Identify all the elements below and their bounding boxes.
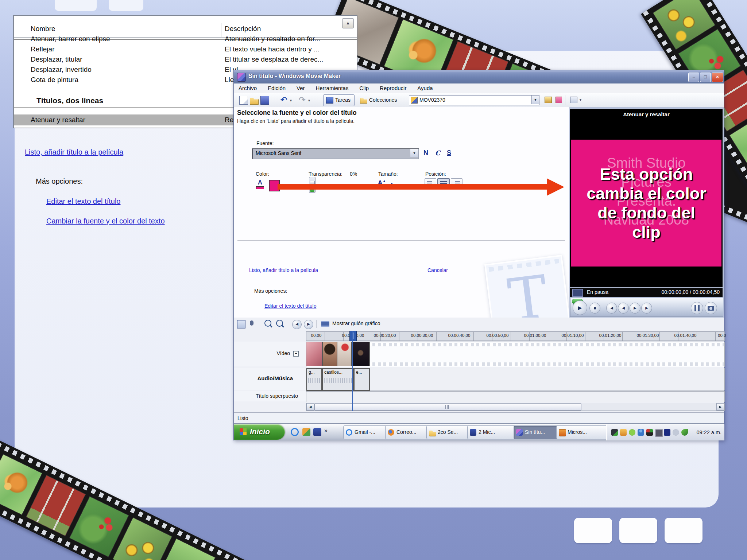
zoom-in-icon[interactable] [264, 320, 271, 327]
italic-button[interactable]: C [435, 149, 440, 157]
ready-add-title-link[interactable]: Listo, añadir título a la película [25, 148, 123, 156]
row-name: Desplazar, titular [31, 55, 82, 63]
undo-dropdown-icon[interactable]: ▼ [289, 99, 293, 102]
play-timeline-button[interactable]: ▶ [304, 320, 313, 329]
tray-green-icon[interactable] [629, 429, 635, 436]
menu-ver[interactable]: Ver [292, 83, 310, 93]
collections-button[interactable]: Colecciones [357, 94, 406, 106]
bold-button[interactable]: N [423, 149, 428, 157]
audio-clip[interactable]: castilos... [322, 368, 354, 391]
open-project-icon[interactable] [250, 96, 259, 105]
tray-media-icon[interactable] [611, 429, 618, 436]
views-icon[interactable] [570, 97, 577, 103]
ready-add-title-link[interactable]: Listo, añadir título a la película [249, 267, 318, 273]
row-name: Atenuar y resaltar [31, 114, 85, 125]
undo-icon[interactable]: ↶ [280, 96, 289, 104]
playhead-line[interactable] [352, 331, 353, 411]
save-project-icon[interactable] [260, 96, 269, 105]
scroll-left-icon[interactable]: ◀ [306, 403, 314, 411]
scroll-up-button[interactable]: ▲ [342, 18, 354, 28]
column-header-descripcion[interactable]: Descripción [225, 25, 261, 33]
forward-button[interactable]: ▶ [641, 303, 652, 314]
quicklaunch-ie-icon[interactable] [291, 428, 299, 436]
audio-clip[interactable]: g... [306, 368, 322, 391]
change-font-color-link[interactable]: Cambiar la fuente y el color del texto [46, 217, 165, 225]
menu-ayuda[interactable]: Ayuda [413, 83, 437, 93]
up-level-icon[interactable] [545, 97, 552, 103]
split-clip-button[interactable] [691, 302, 703, 314]
list-row-selected[interactable]: Atenuar y resaltar Re [14, 114, 234, 125]
scroll-right-icon[interactable]: ▶ [716, 403, 724, 411]
tray-speaker-icon[interactable] [664, 429, 670, 436]
tray-volume-icon[interactable] [673, 429, 679, 436]
scrollbar-thumb[interactable] [314, 403, 581, 411]
transparency-label: Transparencia: [309, 171, 342, 177]
redo-icon[interactable]: ↷ [299, 96, 307, 104]
new-collection-icon[interactable] [556, 97, 562, 103]
font-dropdown-icon[interactable]: ▼ [410, 149, 418, 157]
tray-cube-icon[interactable] [620, 429, 627, 436]
next-frame-button[interactable]: ▶ [630, 303, 640, 314]
close-button[interactable]: × [712, 73, 723, 82]
video-track[interactable] [306, 342, 725, 367]
font-combobox[interactable]: Microsoft Sans Serif ▼ [252, 148, 419, 159]
minimize-button[interactable]: – [688, 73, 699, 82]
redo-dropdown-icon[interactable]: ▼ [307, 99, 311, 102]
start-button[interactable]: Inicio [234, 424, 285, 440]
column-divider [221, 23, 221, 37]
timecode: 00:00:00,00 / 00:00:04,50 [661, 289, 720, 295]
storyboard-toggle-label[interactable]: Mostrar guión gráfico [332, 320, 380, 326]
underline-button[interactable]: S [447, 149, 451, 157]
menu-herramientas[interactable]: Herramientas [311, 83, 353, 93]
status-text: Listo [234, 415, 248, 421]
tray-messenger-icon[interactable] [638, 429, 644, 436]
play-button[interactable]: ▶ [573, 300, 587, 315]
tray-display-icon[interactable] [655, 429, 663, 437]
quicklaunch-chevron-icon[interactable]: » [324, 427, 328, 434]
firefox-icon [388, 429, 394, 436]
back-button[interactable]: ◀ [606, 303, 617, 314]
fullscreen-icon[interactable] [572, 289, 583, 297]
maximize-button[interactable]: □ [700, 73, 711, 82]
menu-reproducir[interactable]: Reproducir [375, 83, 411, 93]
edit-title-text-link[interactable]: Editar el texto del título [46, 197, 120, 206]
rewind-timeline-button[interactable]: ◀ [292, 320, 302, 329]
window-titlebar[interactable]: Sin título - Windows Movie Maker – □ × [234, 70, 724, 84]
narration-mic-icon[interactable] [250, 320, 253, 326]
combo-dropdown-icon[interactable]: ▼ [531, 96, 539, 104]
new-project-icon[interactable] [239, 96, 248, 105]
video-thumbnail[interactable] [306, 342, 323, 366]
edit-title-text-link[interactable]: Editar el texto del título [264, 303, 316, 309]
views-dropdown-icon[interactable]: ▼ [579, 98, 582, 102]
slide-nav-box [619, 518, 657, 543]
video-thumbnail[interactable] [323, 342, 337, 366]
zoom-out-icon[interactable] [276, 320, 283, 327]
video-thumbnail[interactable] [337, 342, 352, 366]
font-color-button[interactable]: A [255, 179, 265, 190]
audio-clip[interactable]: e... [354, 368, 370, 391]
tasks-button[interactable]: Tareas [323, 94, 355, 106]
title-overlay-track[interactable] [306, 391, 725, 402]
taskbar-button-micros[interactable]: Micros... [556, 425, 609, 439]
expand-video-track-icon[interactable]: + [293, 351, 299, 357]
menu-clip[interactable]: Clip [355, 83, 374, 93]
column-header-nombre[interactable]: Nombre [31, 25, 55, 33]
stop-button[interactable]: ■ [589, 303, 600, 314]
timeline-scrollbar[interactable]: ◀ ▶ [306, 403, 725, 411]
timeline-view-icon[interactable] [237, 320, 245, 328]
previous-frame-button[interactable]: ◀ [618, 303, 629, 314]
tray-shield-icon[interactable] [681, 429, 688, 436]
timeline-ruler[interactable]: 00:00 00:00:10,00 00:00:20,00 00:00:30,0… [306, 331, 725, 341]
menu-archivo[interactable]: Archivo [234, 83, 262, 93]
collection-combobox[interactable]: MOV02370 ▼ [409, 95, 539, 105]
playhead-marker[interactable] [349, 331, 357, 341]
audio-track[interactable]: g... castilos... e... [306, 368, 725, 390]
video-thumbnail[interactable] [352, 342, 370, 366]
tray-squares-icon[interactable] [646, 429, 653, 436]
quicklaunch-word-icon[interactable] [313, 428, 321, 436]
quicklaunch-app-icon[interactable] [302, 428, 310, 436]
cancel-link[interactable]: Cancelar [427, 267, 448, 273]
menu-edicion[interactable]: Edición [263, 83, 290, 93]
take-picture-button[interactable] [705, 302, 717, 314]
storyboard-icon[interactable] [321, 321, 329, 327]
